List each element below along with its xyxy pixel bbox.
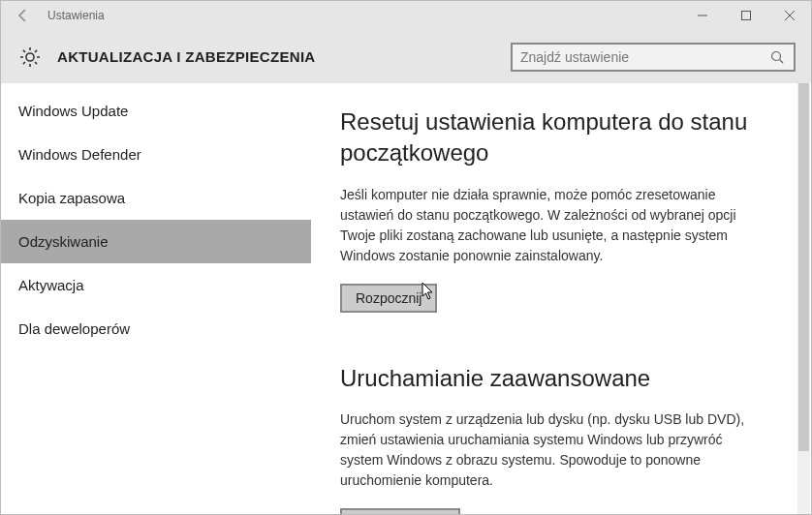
svg-line-5 xyxy=(780,59,784,63)
scrollbar[interactable] xyxy=(797,83,810,515)
sidebar-item-windows-defender[interactable]: Windows Defender xyxy=(1,133,311,176)
section-title: AKTUALIZACJA I ZABEZPIECZENIA xyxy=(57,48,315,65)
reset-start-button[interactable]: Rozpocznij xyxy=(340,284,437,313)
sidebar-item-label: Aktywacja xyxy=(18,277,84,293)
reset-heading: Resetuj ustawienia komputera do stanu po… xyxy=(340,106,772,169)
sidebar: Windows Update Windows Defender Kopia za… xyxy=(1,83,311,515)
minimize-button[interactable] xyxy=(680,1,724,30)
window-title: Ustawienia xyxy=(47,9,105,22)
search-icon[interactable] xyxy=(768,50,786,64)
sidebar-item-label: Dla deweloperów xyxy=(18,320,130,337)
svg-rect-1 xyxy=(741,12,750,20)
window-controls xyxy=(680,1,811,30)
search-box[interactable] xyxy=(511,43,796,72)
maximize-button[interactable] xyxy=(724,1,767,30)
reset-description: Jeśli komputer nie działa sprawnie, może… xyxy=(340,185,757,266)
sidebar-item-label: Windows Update xyxy=(18,103,128,119)
main-area: Windows Update Windows Defender Kopia za… xyxy=(1,83,811,515)
advanced-restart-button[interactable]: Uruchom teraz xyxy=(340,508,460,515)
sidebar-item-backup[interactable]: Kopia zapasowa xyxy=(1,176,311,220)
svg-point-4 xyxy=(772,51,781,60)
back-button[interactable] xyxy=(9,8,38,23)
sidebar-item-activation[interactable]: Aktywacja xyxy=(1,263,311,307)
advanced-description: Uruchom system z urządzenia lub dysku (n… xyxy=(340,409,757,491)
sidebar-item-windows-update[interactable]: Windows Update xyxy=(1,89,311,133)
close-button[interactable] xyxy=(767,1,811,30)
advanced-heading: Uruchamianie zaawansowane xyxy=(340,363,772,394)
title-bar: Ustawienia xyxy=(1,1,811,30)
header-band: AKTUALIZACJA I ZABEZPIECZENIA xyxy=(1,30,811,83)
sidebar-item-label: Kopia zapasowa xyxy=(18,190,125,206)
sidebar-item-recovery[interactable]: Odzyskiwanie xyxy=(1,220,311,263)
sidebar-item-label: Windows Defender xyxy=(18,146,141,163)
scrollbar-thumb[interactable] xyxy=(798,83,809,451)
sidebar-item-developers[interactable]: Dla deweloperów xyxy=(1,307,311,350)
search-input[interactable] xyxy=(520,49,768,65)
sidebar-item-label: Odzyskiwanie xyxy=(18,233,109,250)
gear-icon xyxy=(16,44,44,71)
content-pane: Resetuj ustawienia komputera do stanu po… xyxy=(311,83,811,515)
